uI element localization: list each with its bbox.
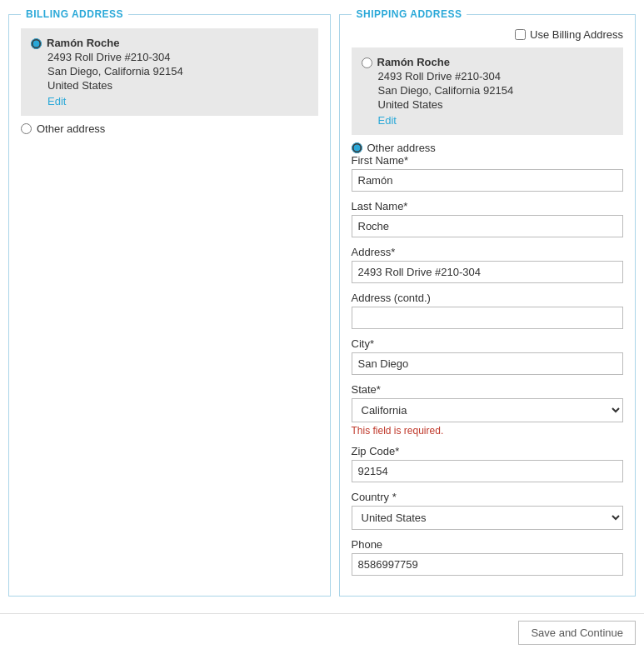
- zip-label: Zip Code*: [352, 445, 624, 457]
- phone-label: Phone: [352, 538, 624, 551]
- billing-saved-radio[interactable]: [31, 38, 42, 49]
- state-error: This field is required.: [352, 425, 624, 437]
- address2-input[interactable]: [352, 307, 624, 329]
- shipping-edit-link[interactable]: Edit: [362, 114, 614, 127]
- shipping-name: Ramón Roche: [377, 56, 450, 68]
- save-continue-button[interactable]: Save and Continue: [518, 621, 636, 645]
- phone-input[interactable]: [352, 553, 624, 576]
- use-billing-row: Use Billing Address: [352, 28, 624, 41]
- first-name-group: First Name*: [352, 154, 624, 192]
- main-container: BILLING ADDRESS Ramón Roche 2493 Roll Dr…: [0, 0, 644, 605]
- state-select[interactable]: California: [352, 398, 624, 422]
- city-input[interactable]: [352, 352, 624, 375]
- billing-line1: 2493 Roll Drive #210-304: [31, 51, 308, 63]
- city-group: City*: [352, 337, 624, 375]
- first-name-label: First Name*: [352, 154, 624, 167]
- country-select[interactable]: United States: [352, 506, 624, 530]
- zip-group: Zip Code*: [352, 445, 624, 482]
- shipping-section: SHIPPING ADDRESS Use Billing Address Ram…: [339, 8, 637, 597]
- billing-edit-link[interactable]: Edit: [31, 95, 308, 107]
- billing-radio-header: Ramón Roche: [31, 37, 308, 49]
- address2-label: Address (contd.): [352, 292, 624, 304]
- country-label: Country *: [352, 491, 624, 503]
- shipping-legend: SHIPPING ADDRESS: [352, 8, 467, 20]
- shipping-other-address-row: Other address: [352, 142, 624, 154]
- bottom-bar: Save and Continue: [0, 613, 644, 649]
- billing-saved-address-card: Ramón Roche 2493 Roll Drive #210-304 San…: [21, 28, 318, 116]
- shipping-line3: United States: [362, 98, 614, 111]
- address-input[interactable]: [352, 261, 624, 283]
- billing-line3: United States: [31, 79, 308, 92]
- state-group: State* California This field is required…: [352, 383, 624, 437]
- address-label: Address*: [352, 246, 624, 258]
- first-name-input[interactable]: [352, 169, 624, 192]
- state-label: State*: [352, 383, 624, 396]
- shipping-radio-header: Ramón Roche: [362, 56, 614, 68]
- phone-group: Phone: [352, 538, 624, 576]
- last-name-label: Last Name*: [352, 200, 624, 212]
- billing-other-radio[interactable]: [21, 123, 32, 134]
- shipping-saved-address-card: Ramón Roche 2493 Roll Drive #210-304 San…: [352, 47, 624, 135]
- billing-address-section: BILLING ADDRESS Ramón Roche 2493 Roll Dr…: [8, 8, 331, 597]
- shipping-line2: San Diego, California 92154: [362, 84, 614, 97]
- city-label: City*: [352, 337, 624, 350]
- shipping-fieldset: SHIPPING ADDRESS Use Billing Address Ram…: [339, 8, 637, 597]
- address-group: Address*: [352, 246, 624, 283]
- billing-other-label: Other address: [37, 122, 105, 135]
- address2-group: Address (contd.): [352, 292, 624, 329]
- billing-line2: San Diego, California 92154: [31, 65, 308, 77]
- billing-name: Ramón Roche: [47, 37, 119, 49]
- shipping-other-label: Other address: [367, 142, 436, 154]
- last-name-group: Last Name*: [352, 200, 624, 237]
- shipping-saved-radio[interactable]: [362, 57, 372, 68]
- billing-legend: BILLING ADDRESS: [21, 8, 128, 20]
- last-name-input[interactable]: [352, 215, 624, 237]
- use-billing-checkbox[interactable]: [515, 29, 526, 40]
- zip-input[interactable]: [352, 460, 624, 482]
- shipping-other-radio[interactable]: [352, 142, 362, 153]
- billing-other-address-row: Other address: [21, 122, 318, 135]
- shipping-line1: 2493 Roll Drive #210-304: [362, 70, 614, 82]
- country-group: Country * United States: [352, 491, 624, 530]
- use-billing-label: Use Billing Address: [530, 28, 623, 41]
